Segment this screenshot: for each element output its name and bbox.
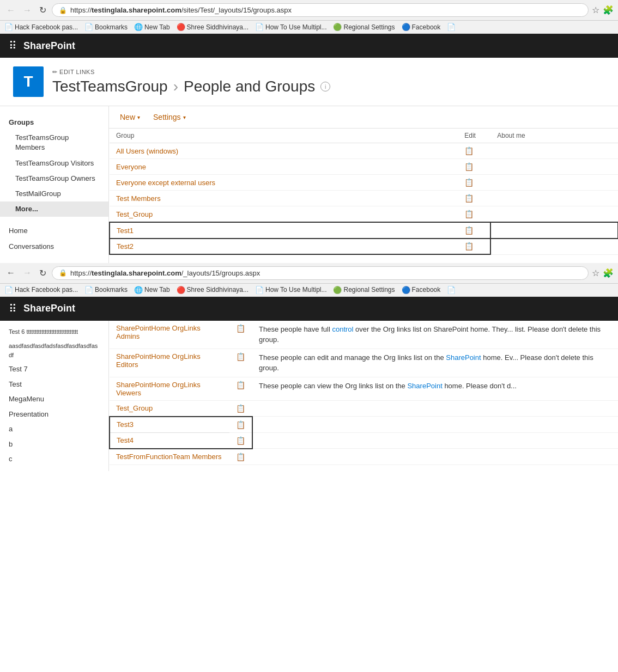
edit-links-button[interactable]: ✏ EDIT LINKS <box>52 69 330 76</box>
sidebar2-a[interactable]: a <box>0 421 108 437</box>
group-link-test-members[interactable]: Test Members <box>116 194 161 203</box>
second-sidebar: Test 6 ttttttttttttttttttttttttttttttt a… <box>0 321 109 471</box>
edit-icon[interactable]: 📋 <box>464 242 474 251</box>
new-button[interactable]: New ▾ <box>118 112 142 123</box>
bookmark-label: Shree Siddhivinaya... <box>187 286 249 294</box>
edit-icon[interactable]: 📋 <box>464 146 474 155</box>
address-bar[interactable]: 🔒 https://testinglala.sharepoint.com/sit… <box>52 3 589 17</box>
bookmark-regional[interactable]: 🟢 Regional Settings <box>333 23 395 31</box>
sharepoint-icon: 🟢 <box>333 23 342 31</box>
table-row: SharePointHome OrgLinks Viewers 📋 These … <box>110 377 618 400</box>
edit-icon[interactable]: 📋 <box>236 453 245 461</box>
group-link-test-group[interactable]: Test_Group <box>116 210 153 218</box>
sidebar-item-visitors[interactable]: TestTeamsGroup Visitors <box>0 156 108 171</box>
sidebar2-c[interactable]: c <box>0 451 108 467</box>
bookmark-extra[interactable]: 📄 <box>447 23 456 31</box>
settings-dropdown-arrow: ▾ <box>183 114 186 120</box>
group-link-all-users[interactable]: All Users (windows) <box>116 147 178 155</box>
bookmark2-hack-facebook[interactable]: 📄 Hack Facebook pas... <box>4 286 78 294</box>
refresh-button[interactable]: ↻ <box>37 4 49 16</box>
sidebar2-test7[interactable]: Test 7 <box>0 362 108 377</box>
bookmark2-facebook[interactable]: 🔵 Facebook <box>402 286 441 294</box>
sidebar2-b[interactable]: b <box>0 437 108 452</box>
forward-button-2[interactable]: → <box>21 267 34 279</box>
sidebar2-test[interactable]: Test <box>0 377 108 392</box>
edit-icon[interactable]: 📋 <box>236 352 245 361</box>
bookmark-shree[interactable]: 🔴 Shree Siddhivinaya... <box>177 23 249 31</box>
extensions-button-2[interactable]: 🧩 <box>603 268 614 278</box>
bookmark-star-button-2[interactable]: ☆ <box>592 268 599 278</box>
edit-icon[interactable]: 📋 <box>464 194 474 203</box>
bookmark2-bookmarks[interactable]: 📄 Bookmarks <box>84 286 128 294</box>
group-link-test1[interactable]: Test1 <box>117 227 134 235</box>
edit-icon[interactable]: 📋 <box>464 162 474 171</box>
sidebar-item-mailgroup[interactable]: TestMailGroup <box>0 186 108 201</box>
waffle-icon-2[interactable]: ⠿ <box>9 302 17 315</box>
bookmark-how-to[interactable]: 📄 How To Use Multipl... <box>255 23 326 31</box>
breadcrumb-separator: › <box>173 78 178 95</box>
group-link-test-group-2[interactable]: Test_Group <box>116 404 223 412</box>
edit-icon[interactable]: 📋 <box>236 324 245 333</box>
sidebar-item-members[interactable]: TestTeamsGroup Members <box>0 130 108 155</box>
bookmark2-regional[interactable]: 🟢 Regional Settings <box>333 286 395 294</box>
group-link-test4[interactable]: Test4 <box>117 436 223 444</box>
waffle-icon[interactable]: ⠿ <box>9 39 17 52</box>
back-button[interactable]: ← <box>4 4 17 16</box>
bookmark-hack-facebook[interactable]: 📄 Hack Facebook pas... <box>4 23 78 31</box>
about-cell <box>252 417 618 433</box>
sidebar2-aasdf[interactable]: aasdfasdfasdfadsfasdfasdfasdfasdf <box>0 339 108 362</box>
group-link-test3[interactable]: Test3 <box>117 420 223 429</box>
lock-icon: 🔒 <box>59 7 67 14</box>
bookmark2-how-to[interactable]: 📄 How To Use Multipl... <box>255 286 326 294</box>
tata-icon: 🌐 <box>134 286 143 294</box>
edit-icon[interactable]: 📋 <box>236 404 245 413</box>
content-toolbar: New ▾ Settings ▾ <box>109 106 618 129</box>
second-table-area: SharePointHome OrgLinks Admins 📋 These p… <box>109 321 618 471</box>
sidebar-item-owners[interactable]: TestTeamsGroup Owners <box>0 171 108 186</box>
group-link-testfromfunction[interactable]: TestFromFunctionTeam Members <box>116 453 223 461</box>
people-groups-title: People and Groups <box>184 78 315 95</box>
bookmarks-bar-1: 📄 Hack Facebook pas... 📄 Bookmarks 🌐 New… <box>0 21 618 34</box>
address-bar-2[interactable]: 🔒 https://testinglala.sharepoint.com/_la… <box>52 266 589 280</box>
forward-button[interactable]: → <box>21 4 34 16</box>
edit-icon[interactable]: 📋 <box>236 436 245 445</box>
main-layout: Groups TestTeamsGroup Members TestTeamsG… <box>0 106 618 263</box>
about-cell <box>252 432 618 449</box>
bookmark2-new-tab[interactable]: 🌐 New Tab <box>134 286 169 294</box>
sidebar2-test6[interactable]: Test 6 ttttttttttttttttttttttttttttttt <box>0 325 108 340</box>
bookmark-label: How To Use Multipl... <box>265 286 326 294</box>
sidebar-item-conversations[interactable]: Conversations <box>0 239 108 254</box>
extensions-button[interactable]: 🧩 <box>603 5 614 15</box>
edit-icon[interactable]: 📋 <box>464 210 474 218</box>
sidebar-item-more[interactable]: More... <box>0 201 108 217</box>
bookmark-icon: 📄 <box>84 286 93 294</box>
group-link-everyone[interactable]: Everyone <box>116 163 146 171</box>
shree-icon: 🔴 <box>177 286 185 294</box>
about-cell <box>490 206 618 223</box>
refresh-button-2[interactable]: ↻ <box>37 267 49 279</box>
bookmark-bookmarks[interactable]: 📄 Bookmarks <box>84 23 128 31</box>
edit-icon[interactable]: 📋 <box>464 226 474 235</box>
edit-icon[interactable]: 📋 <box>236 381 245 389</box>
bookmark-new-tab[interactable]: 🌐 New Tab <box>134 23 169 31</box>
bookmark-facebook[interactable]: 🔵 Facebook <box>402 23 441 31</box>
bookmark2-extra[interactable]: 📄 <box>447 286 456 294</box>
group-link-sp-admins[interactable]: SharePointHome OrgLinks Admins <box>116 324 223 340</box>
group-link-everyone-except[interactable]: Everyone except external users <box>116 179 215 187</box>
edit-icon[interactable]: 📋 <box>236 420 245 429</box>
group-link-sp-editors[interactable]: SharePointHome OrgLinks Editors <box>116 352 223 369</box>
edit-icon[interactable]: 📋 <box>464 178 474 187</box>
settings-button[interactable]: Settings ▾ <box>151 112 188 123</box>
bookmark2-shree[interactable]: 🔴 Shree Siddhivinaya... <box>177 286 249 294</box>
info-icon[interactable]: i <box>320 82 330 91</box>
sidebar2-megamenu[interactable]: MegaMenu <box>0 392 108 407</box>
sidebar2-presentation[interactable]: Presentation <box>0 407 108 422</box>
group-link-sp-viewers[interactable]: SharePointHome OrgLinks Viewers <box>116 381 223 397</box>
tata-icon: 🌐 <box>134 23 143 31</box>
group-link-test2[interactable]: Test2 <box>117 242 134 251</box>
sidebar-item-home[interactable]: Home <box>0 223 108 239</box>
about-cell <box>490 239 618 255</box>
back-button-2[interactable]: ← <box>4 267 17 279</box>
second-groups-table: SharePointHome OrgLinks Admins 📋 These p… <box>109 321 618 465</box>
bookmark-star-button[interactable]: ☆ <box>592 5 599 15</box>
